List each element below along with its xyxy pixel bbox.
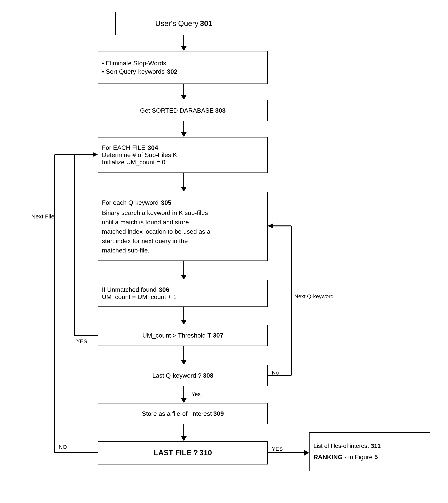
box-302: • Eliminate Stop-Words • Sort Query-keyw… — [98, 51, 268, 84]
box-306-line2: UM_count = UM_count + 1 — [102, 293, 176, 301]
box-305-num: 305 — [161, 198, 171, 207]
box-303-num: 303 — [215, 107, 226, 114]
svg-marker-7 — [181, 187, 187, 192]
diagram: User's Query 301 • Eliminate Stop-Words … — [0, 0, 448, 503]
svg-marker-19 — [304, 450, 309, 456]
box-302-line2: • Sort Query-keywords 302 — [102, 68, 177, 75]
box-311-line2: RANKING - in Figure 5 — [313, 452, 378, 462]
box-303: Get SORTED DARABASE 303 — [98, 100, 268, 121]
box-306-line1: If Unmatched found — [102, 286, 157, 293]
label-yes-310: YES — [272, 446, 283, 452]
box-301-num: 301 — [200, 19, 212, 28]
box-309-label: Store as a file-of -interest — [142, 410, 212, 417]
box-306-num: 306 — [159, 286, 169, 293]
box-301-label: User's Query — [155, 19, 198, 28]
svg-marker-1 — [181, 46, 187, 51]
box-304-line1: For EACH FILE — [102, 144, 145, 151]
svg-marker-13 — [181, 360, 187, 365]
box-304-line2: Determine # of Sub-Files K — [102, 151, 177, 159]
box-308: Last Q-keyword ? 308 — [98, 365, 268, 386]
svg-marker-15 — [181, 398, 187, 403]
box-309-num: 309 — [213, 410, 224, 417]
box-306: If Unmatched found 306 UM_count = UM_cou… — [98, 280, 268, 307]
svg-marker-9 — [181, 275, 187, 280]
box-311-num: 311 — [371, 441, 381, 451]
box-307-num: 307 — [213, 332, 223, 339]
svg-marker-30 — [268, 224, 273, 228]
box-309: Store as a file-of -interest 309 — [98, 403, 268, 424]
box-311: List of files-of interest 311 RANKING - … — [309, 432, 430, 471]
label-no-310: NO — [59, 444, 67, 450]
box-302-num: 302 — [167, 68, 177, 75]
label-yes-308: Yes — [192, 391, 201, 397]
svg-marker-5 — [181, 132, 187, 137]
svg-marker-3 — [181, 95, 187, 100]
box-310: LAST FILE ? 310 — [98, 441, 268, 465]
box-305-line5: start index for next query in the — [102, 236, 188, 246]
box-307-label: UM_count > Threshold T — [142, 332, 211, 339]
box-305-line1: For each Q-keyword — [102, 198, 159, 207]
box-304-num: 304 — [148, 144, 158, 151]
svg-marker-17 — [181, 436, 187, 441]
box-305-line2: Binary search a keyword in K sub-files — [102, 208, 208, 217]
box-311-line1: List of files-of interest — [313, 441, 369, 451]
box-308-label: Last Q-keyword ? — [152, 372, 201, 379]
label-yes-307: YES — [76, 338, 87, 345]
box-305: For each Q-keyword 305 Binary search a k… — [98, 192, 268, 261]
box-305-line6: matched sub-file. — [102, 246, 150, 255]
box-304-line3: Initialize UM_count = 0 — [102, 159, 165, 166]
label-no-308: No — [272, 370, 279, 376]
box-305-line3: until a match is found and store — [102, 217, 189, 227]
box-303-label: Get SORTED DARABASE — [140, 107, 213, 114]
label-next-qkeyword: Next Q-keyword — [294, 293, 334, 300]
box-305-line4: matched index location to be used as a — [102, 227, 210, 236]
box-307: UM_count > Threshold T 307 — [98, 325, 268, 346]
box-310-label: LAST FILE ? — [154, 449, 198, 457]
box-302-line1: • Eliminate Stop-Words — [102, 60, 166, 67]
svg-marker-11 — [181, 320, 187, 325]
box-301: User's Query 301 — [115, 12, 252, 35]
box-310-num: 310 — [199, 449, 212, 457]
box-308-num: 308 — [203, 372, 213, 379]
svg-marker-23 — [93, 152, 98, 157]
label-next-file: Next File — [31, 213, 54, 220]
box-304: For EACH FILE 304 Determine # of Sub-Fil… — [98, 137, 268, 173]
